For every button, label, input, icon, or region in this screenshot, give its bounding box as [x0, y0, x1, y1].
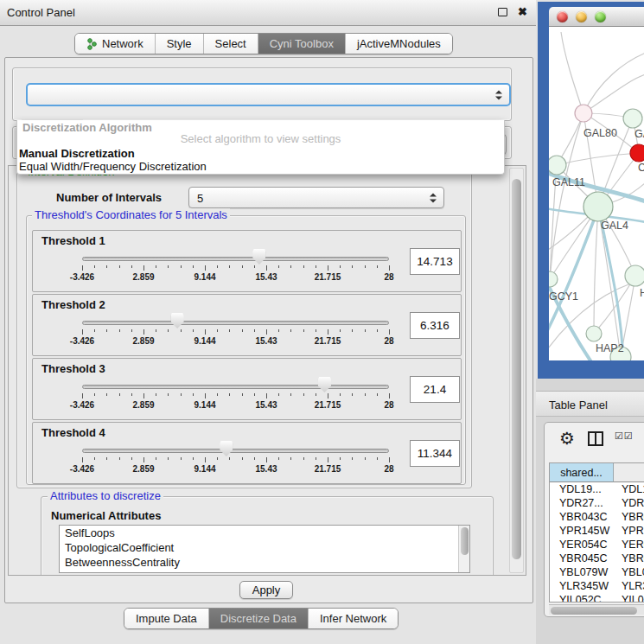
close-icon[interactable]: ✖ — [518, 5, 527, 18]
table-cell: YIL052C — [559, 594, 602, 603]
slider-track[interactable] — [82, 385, 389, 389]
table-column-header-2[interactable]: na — [614, 463, 644, 482]
table-row[interactable]: YDL19...YDL1 — [550, 483, 644, 497]
combo-arrows-icon — [430, 193, 437, 202]
network-node-gcy1[interactable] — [549, 271, 558, 287]
network-canvas[interactable]: GAL80GACGAL11GAL4GCY1HHAP2 — [549, 27, 644, 360]
tab-label: Infer Network — [320, 612, 386, 625]
tab-discretize-data[interactable]: Discretize Data — [208, 609, 308, 628]
tab-impute-data[interactable]: Impute Data — [124, 609, 208, 628]
slider-track[interactable] — [82, 449, 389, 453]
zoom-traffic-light[interactable] — [595, 11, 606, 22]
table-row[interactable]: YBR043CYBR0 — [550, 511, 644, 525]
network-node-hap2[interactable] — [586, 326, 602, 341]
network-icon — [86, 38, 98, 50]
combo-arrows-icon — [495, 90, 502, 99]
slider-thumb[interactable] — [220, 441, 233, 456]
split-columns-icon[interactable] — [588, 431, 603, 446]
slider-tick-labels: -3.4262.8599.14415.4321.71528 — [82, 336, 389, 348]
tab-infer-network[interactable]: Infer Network — [308, 609, 398, 628]
table-cell: YLR345W — [559, 580, 609, 592]
discretization-algorithm-group-title: Discretization Algorithm — [22, 121, 152, 134]
algorithm-option-1[interactable]: Manual Discretization — [19, 147, 503, 160]
network-edge[interactable] — [583, 53, 644, 113]
network-edge[interactable] — [561, 32, 583, 113]
network-node-label: GAL11 — [552, 176, 585, 188]
table-panel-title: Table Panel — [549, 399, 608, 411]
close-traffic-light[interactable] — [557, 11, 568, 22]
attribute-item[interactable]: BetweennessCentrality — [60, 555, 469, 570]
threshold-value-field[interactable]: 21.4 — [410, 376, 460, 403]
apply-button[interactable]: Apply — [239, 581, 293, 599]
float-window-icon[interactable] — [498, 8, 507, 16]
table-row[interactable]: YBL079WYBL0 — [550, 566, 644, 580]
slider-track[interactable] — [82, 321, 389, 325]
slider-ticks — [82, 457, 389, 463]
attribute-item[interactable]: TopologicalCoefficient — [60, 540, 469, 555]
attribute-item[interactable]: SelfLoops — [60, 526, 469, 540]
network-edge[interactable] — [583, 74, 644, 113]
tab-label: Cyni Toolbox — [270, 37, 334, 50]
number-of-intervals-label: Number of Intervals — [56, 191, 162, 204]
table-cell: YBL0 — [622, 566, 644, 578]
thresholds-container: Threshold 1-3.4262.8599.14415.4321.71528… — [27, 216, 465, 484]
threshold-value-field[interactable]: 6.316 — [410, 312, 460, 339]
network-edge[interactable] — [594, 207, 598, 334]
attributes-list-scrollbar[interactable] — [458, 526, 469, 572]
scrollbar-thumb[interactable] — [512, 179, 521, 559]
network-node-label: GAL4 — [601, 220, 628, 232]
slider-tick-labels: -3.4262.8599.14415.4321.71528 — [82, 272, 389, 284]
minimize-traffic-light[interactable] — [576, 11, 587, 22]
network-node-label: GCY1 — [549, 290, 578, 303]
threshold-panel-2: Threshold 2-3.4262.8599.14415.4321.71528… — [32, 294, 462, 356]
table-row[interactable]: YBR045CYBR0 — [550, 552, 644, 566]
gear-icon[interactable]: ⚙ — [559, 428, 575, 449]
numerical-attributes-list[interactable]: SelfLoopsTopologicalCoefficientBetweenne… — [59, 525, 470, 573]
table-row[interactable]: YIL052CYIL0 — [550, 594, 644, 603]
table-cell: YDL19... — [559, 483, 602, 495]
network-node-label: H — [640, 287, 644, 299]
threshold-label: Threshold 3 — [41, 362, 105, 375]
tab-select[interactable]: Select — [203, 34, 258, 54]
network-node-gal4[interactable] — [583, 192, 613, 221]
checkbox-icons[interactable]: ☑☑ — [615, 430, 634, 442]
tab-style[interactable]: Style — [155, 34, 203, 54]
slider-track[interactable] — [82, 257, 389, 261]
network-node-gal11[interactable] — [549, 156, 566, 175]
threshold-value-field[interactable]: 11.344 — [410, 440, 460, 467]
tab-label: Discretize Data — [220, 612, 296, 625]
threshold-panel-3: Threshold 3-3.4262.8599.14415.4321.71528… — [32, 358, 462, 420]
network-node-gal80[interactable] — [575, 105, 592, 122]
tab-network[interactable]: Network — [75, 34, 155, 54]
table-panel: Table Panel ⚙ ☑☑ shared...na YDL19...YDL… — [536, 379, 644, 644]
slider-thumb[interactable] — [171, 313, 184, 328]
table-row[interactable]: YPR145WYPR1 — [550, 525, 644, 539]
table-row[interactable]: YLR345WYLR3 — [550, 580, 644, 594]
table-row[interactable]: YDR27...YDR2 — [550, 497, 644, 511]
tab-jactivemnodules[interactable]: jActiveMNodules — [345, 34, 452, 54]
threshold-value-field[interactable]: 14.713 — [410, 248, 460, 275]
table-cell: YPR1 — [622, 525, 644, 537]
network-node-ga[interactable] — [623, 109, 642, 128]
algorithm-option-2[interactable]: Equal Width/Frequency Discretization — [19, 160, 503, 173]
table-row[interactable]: YER054CYER0 — [550, 539, 644, 552]
table-column-header-1[interactable]: shared... — [550, 463, 614, 482]
network-window-titlebar — [549, 7, 644, 27]
table-horizontal-scrollbar[interactable] — [549, 604, 644, 615]
slider-thumb[interactable] — [318, 377, 331, 392]
scrollbar-thumb[interactable] — [461, 527, 469, 555]
tab-label: Network — [102, 37, 143, 50]
scrollbar-thumb[interactable] — [551, 607, 637, 615]
slider-thumb[interactable] — [252, 249, 265, 265]
algorithm-combobox[interactable] — [26, 83, 511, 106]
node-table[interactable]: shared...na YDL19...YDL1YDR27...YDR2YBR0… — [549, 462, 644, 603]
network-node-h[interactable] — [625, 265, 644, 286]
settings-vertical-scrollbar[interactable] — [509, 168, 524, 573]
network-edge-highlighted[interactable] — [599, 210, 623, 360]
tab-cyni-toolbox[interactable]: Cyni Toolbox — [258, 34, 345, 54]
table-cell: YBR0 — [622, 511, 644, 523]
network-node-c[interactable] — [630, 144, 644, 162]
number-of-intervals-combobox[interactable]: 5 — [188, 187, 444, 208]
control-panel: Control Panel ✖ NetworkStyleSelectCyni T… — [0, 0, 536, 644]
screen: Control Panel ✖ NetworkStyleSelectCyni T… — [0, 0, 644, 644]
